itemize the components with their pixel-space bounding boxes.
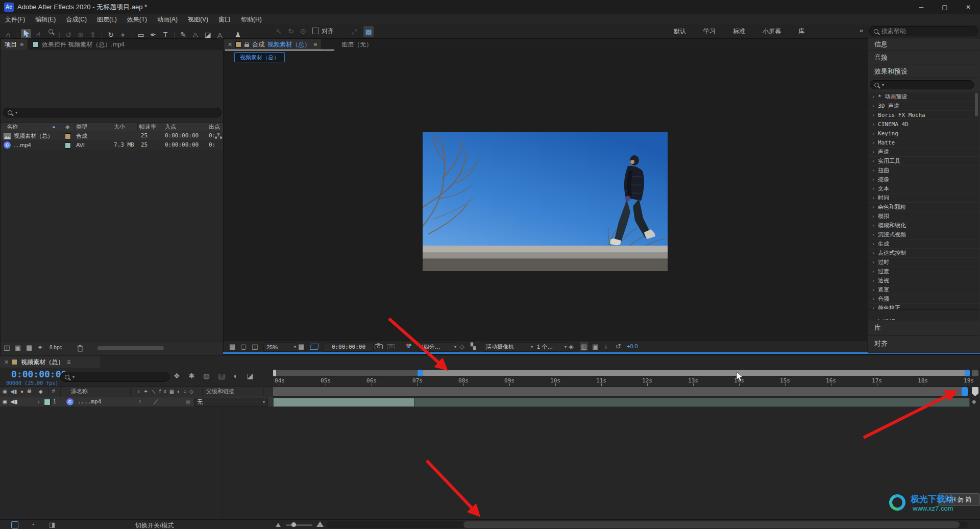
solo-icon[interactable]: ● (20, 387, 23, 397)
eye-icon[interactable]: ◉ (3, 387, 8, 397)
navigator-option-icon[interactable] (972, 370, 978, 376)
pickwhip-icon[interactable]: ◎ (186, 397, 191, 406)
zoom-level-dropdown[interactable]: 25%▾ (263, 342, 299, 352)
workspace-4[interactable]: 库 (798, 27, 804, 36)
resolution-dropdown[interactable]: (四分…▾ (419, 342, 459, 352)
close-tab-icon[interactable]: ✕ (228, 41, 232, 48)
time-navigator[interactable] (273, 370, 970, 377)
label-column-icon[interactable]: ◆ (39, 387, 43, 397)
expand-transfer-controls-icon[interactable]: ◔ (31, 521, 35, 528)
menu-item-0[interactable]: 文件(F) (5, 14, 25, 25)
effects-category-6[interactable]: ›声道 (868, 148, 979, 157)
work-area-end-handle[interactable] (962, 387, 968, 396)
parent-link-column[interactable]: 父级和链接 (206, 387, 234, 397)
effects-category-20[interactable]: ›透视 (868, 276, 979, 285)
axis-mode-icon-0[interactable]: ↖ (274, 26, 284, 37)
sort-ascending-icon[interactable]: ▲ (52, 123, 56, 131)
col-size[interactable]: 大小 (114, 123, 125, 131)
layer-name[interactable]: ....mp4 (78, 397, 101, 406)
effects-category-9[interactable]: ›抠像 (868, 175, 979, 184)
current-time-display[interactable]: 0:00:00:00 (324, 342, 374, 352)
graph-editor-icon[interactable]: ◪ (247, 372, 253, 380)
maximize-button[interactable]: ▢ (933, 0, 957, 14)
camera-view-dropdown[interactable]: 活动摄像机▾ (483, 342, 536, 352)
grid-guides-icon[interactable]: ▦ (298, 342, 304, 351)
effects-category-16[interactable]: ›生成 (868, 239, 979, 249)
frame-blending-icon[interactable]: ▤ (218, 372, 225, 380)
tab-project[interactable]: 项目 ≡ (1, 39, 28, 50)
snapshot-camera-icon[interactable] (375, 343, 383, 349)
label-color-chip[interactable] (65, 142, 71, 149)
bit-depth-button[interactable]: 8 bpc (50, 345, 62, 350)
effects-category-19[interactable]: ›过渡 (868, 267, 979, 276)
effects-category-10[interactable]: ›文本 (868, 184, 979, 194)
menu-item-4[interactable]: 效果(T) (127, 14, 147, 25)
effects-category-22[interactable]: ›音频 (868, 295, 979, 304)
timeline-search-input[interactable]: ▾ (60, 372, 169, 382)
timeline-zoom-slider[interactable] (286, 524, 312, 526)
panel-align[interactable]: 对齐 (868, 336, 979, 351)
workspace-3[interactable]: 小屏幕 (763, 27, 781, 36)
effects-category-8[interactable]: ›扭曲 (868, 166, 979, 175)
menu-item-1[interactable]: 编辑(E) (35, 14, 56, 25)
effects-category-3[interactable]: ›CINEMA 4D (868, 120, 979, 129)
project-row-1[interactable]: C....mp4AVI7.3 MB250:00:00:000: (1, 140, 223, 150)
shy-layers-icon[interactable]: ◍ (203, 372, 209, 380)
panel-info[interactable]: 信息 (868, 38, 979, 51)
always-preview-icon[interactable]: ▤ (229, 342, 235, 351)
effects-category-2[interactable]: ›Boris FX Mocha (868, 111, 979, 120)
mask-transparency-icon[interactable]: ▩ (363, 26, 374, 37)
adjust-icon[interactable]: ✦ (37, 344, 43, 351)
minimize-button[interactable]: ─ (910, 0, 933, 14)
workspace-0[interactable]: 默认 (674, 27, 686, 36)
delete-icon[interactable] (77, 345, 83, 352)
panel-menu-icon[interactable]: ≡ (67, 358, 70, 366)
show-snapshot-icon[interactable] (387, 343, 395, 349)
workspace-overflow[interactable]: » (860, 27, 863, 34)
layer-bar-trimmed[interactable] (273, 398, 415, 407)
breadcrumb[interactable]: 视频素材（总） (234, 52, 285, 62)
axis-mode-icon-1[interactable]: ↻ (286, 26, 296, 37)
effects-category-0[interactable]: ›* 动画预设 (868, 92, 979, 102)
tab-layer[interactable]: 图层（无） (336, 40, 377, 49)
primary-viewer-icon[interactable]: ▢ (240, 342, 247, 351)
av-features-icon[interactable]: ♀ (138, 397, 142, 406)
horizontal-scrollbar[interactable] (97, 346, 164, 350)
effects-category-21[interactable]: ›遮罩 (868, 285, 979, 295)
motion-blur-icon[interactable]: ◐ (234, 372, 238, 380)
label-color-chip[interactable] (65, 133, 71, 139)
eye-icon[interactable]: ◉ (3, 397, 8, 406)
timeline-hscroll-thumb[interactable] (463, 521, 960, 528)
expand-in-out-panes-icon[interactable]: ◨ (49, 521, 55, 528)
label-column-icon[interactable]: ◆ (65, 123, 69, 131)
effects-category-17[interactable]: ›表达式控制 (868, 249, 979, 258)
flowchart-icon[interactable]: ♁ (603, 342, 608, 351)
effects-category-1[interactable]: ›3D 声道 (868, 102, 979, 111)
panel-effects-presets[interactable]: 效果和预设 ≡ (868, 65, 979, 78)
effects-category-4[interactable]: ›Keying (868, 129, 979, 138)
draft-3d-icon[interactable]: ✱ (189, 372, 195, 380)
layer-bar[interactable] (414, 398, 970, 407)
source-name-column[interactable]: 源名称 (71, 387, 88, 397)
sidebar-scrollbar[interactable] (975, 93, 978, 116)
toggle-switches-modes-button[interactable]: 切换开关/模式 (135, 521, 174, 529)
time-ruler[interactable]: 04s05s06s07s08s09s10s11s12s13s14s15s16s1… (273, 377, 970, 387)
video-frame[interactable] (423, 132, 668, 271)
col-fps[interactable]: 帧速率 (139, 123, 156, 131)
axis-mode-icon-2[interactable]: ⊙ (298, 26, 308, 37)
expand-icon[interactable]: ⤢ (349, 26, 359, 37)
workspace-2[interactable]: 标准 (733, 27, 745, 36)
navigator-end-handle[interactable] (965, 370, 970, 376)
vertical-scrollbar-thumb[interactable] (972, 387, 978, 396)
zoom-slider-knob[interactable] (291, 522, 296, 527)
current-time-display[interactable]: 0:00:00:00 (11, 369, 66, 379)
menu-item-7[interactable]: 窗口 (218, 14, 231, 25)
region-of-interest-icon[interactable] (310, 344, 320, 350)
menu-item-5[interactable]: 动画(A) (157, 14, 178, 25)
effects-search-input[interactable]: ▾ (870, 80, 974, 89)
zoom-in-mountain-icon[interactable] (316, 521, 324, 527)
workspace-1[interactable]: 学习 (703, 27, 716, 36)
fast-previews-icon[interactable]: ◇ (459, 342, 464, 351)
menu-item-8[interactable]: 帮助(H) (241, 14, 262, 25)
project-row-0[interactable]: 视频素材（总）合成250:00:00:000: (1, 131, 223, 140)
